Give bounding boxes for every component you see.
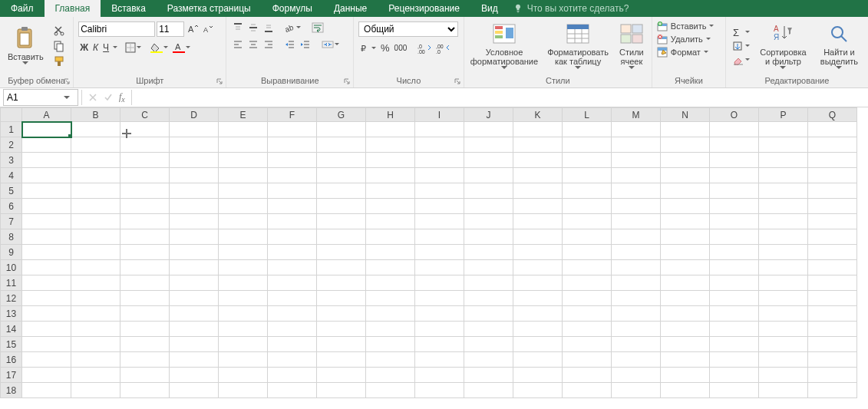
cell[interactable] [759,322,808,337]
column-header[interactable]: A [22,108,71,122]
cell[interactable] [464,153,513,168]
cell[interactable] [612,245,661,260]
cell[interactable] [464,122,513,137]
cell[interactable] [71,122,120,137]
cell[interactable] [219,291,268,306]
cell[interactable] [661,183,710,199]
cell[interactable] [22,137,71,153]
cell[interactable] [513,260,563,275]
cell[interactable] [317,214,366,229]
number-dialog-launcher[interactable] [454,78,461,85]
cell[interactable] [661,199,710,214]
cell[interactable] [170,337,219,352]
cell[interactable] [759,153,808,168]
row-header[interactable]: 5 [1,183,22,199]
cell[interactable] [661,260,710,275]
cell[interactable] [366,229,415,245]
cell[interactable] [22,153,71,168]
cell[interactable] [808,383,857,398]
cell[interactable] [612,306,661,322]
cell[interactable] [759,214,808,229]
cell[interactable] [710,168,759,183]
row-header[interactable]: 6 [1,199,22,214]
column-header[interactable]: M [612,108,661,122]
cell[interactable] [710,137,759,153]
cell[interactable] [71,337,120,352]
cell[interactable] [661,168,710,183]
cell[interactable] [661,122,710,137]
cell[interactable] [170,183,219,199]
cell[interactable] [415,337,464,352]
cell[interactable] [22,352,71,368]
cell[interactable] [268,352,317,368]
cell[interactable] [710,337,759,352]
increase-decimal-button[interactable]: ,0,00 [416,42,433,54]
cell[interactable] [563,322,612,337]
cell[interactable] [219,306,268,322]
cell[interactable] [661,245,710,260]
delete-cells-button[interactable]: Удалить [655,33,722,45]
cell[interactable] [513,368,563,383]
cell[interactable] [71,322,120,337]
column-header[interactable]: E [219,108,268,122]
alignment-dialog-launcher[interactable] [343,78,351,85]
row-header[interactable]: 9 [1,245,22,260]
cell[interactable] [563,352,612,368]
cell[interactable] [661,153,710,168]
cell[interactable] [464,368,513,383]
sort-filter-button[interactable]: АЯ Сортировка и фильтр [754,18,812,73]
cut-button[interactable] [51,24,67,38]
cell[interactable] [710,291,759,306]
cell[interactable] [415,137,464,153]
cell[interactable] [464,245,513,260]
font-color-button[interactable]: A [171,41,192,54]
cell[interactable] [317,153,366,168]
cell[interactable] [366,214,415,229]
cell[interactable] [661,322,710,337]
cell[interactable] [612,199,661,214]
cell[interactable] [415,368,464,383]
cell[interactable] [513,245,563,260]
cell[interactable] [120,291,170,306]
cell[interactable] [710,368,759,383]
cell[interactable] [661,368,710,383]
tab-insert[interactable]: Вставка [101,0,157,17]
row-header[interactable]: 3 [1,153,22,168]
tab-page-layout[interactable]: Разметка страницы [157,0,262,17]
row-header[interactable]: 16 [1,352,22,368]
row-header[interactable]: 15 [1,337,22,352]
cell[interactable] [268,337,317,352]
cell[interactable] [170,229,219,245]
column-header[interactable]: I [415,108,464,122]
cell[interactable] [808,199,857,214]
cell[interactable] [71,368,120,383]
cell[interactable] [219,229,268,245]
row-header[interactable]: 2 [1,137,22,153]
cell[interactable] [268,322,317,337]
cell[interactable] [808,229,857,245]
cell[interactable] [22,168,71,183]
cell[interactable] [710,352,759,368]
cell[interactable] [710,229,759,245]
cell[interactable] [120,229,170,245]
cell-styles-button[interactable]: Стили ячеек [613,18,650,73]
cell[interactable] [563,383,612,398]
cell[interactable] [22,368,71,383]
cell[interactable] [661,383,710,398]
cell[interactable] [808,245,857,260]
cell[interactable] [612,214,661,229]
cell[interactable] [612,229,661,245]
wrap-text-button[interactable] [310,21,325,34]
cell[interactable] [366,291,415,306]
column-header[interactable]: F [268,108,317,122]
cell[interactable] [317,260,366,275]
cell[interactable] [759,137,808,153]
cell[interactable] [464,199,513,214]
cell[interactable] [317,306,366,322]
cell[interactable] [661,352,710,368]
cell[interactable] [317,245,366,260]
cell[interactable] [513,122,563,137]
cell[interactable] [563,183,612,199]
cell[interactable] [120,260,170,275]
cell[interactable] [612,337,661,352]
